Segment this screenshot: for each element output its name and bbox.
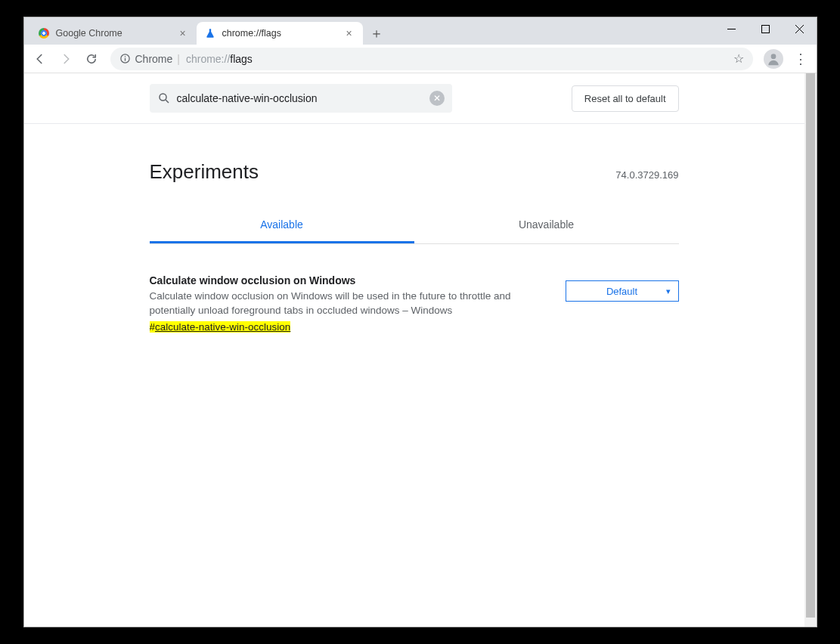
svg-rect-3 [124, 58, 125, 61]
tab-google-chrome[interactable]: Google Chrome × [30, 22, 197, 45]
chrome-version: 74.0.3729.169 [615, 169, 678, 181]
tab-unavailable[interactable]: Unavailable [414, 208, 679, 243]
page-title: Experiments [150, 160, 259, 184]
scrollbar-thumb[interactable] [806, 73, 815, 618]
flags-search[interactable]: ✕ [150, 84, 452, 113]
omnibox-prefix: Chrome [135, 53, 173, 65]
omnibox-url: chrome://flags [186, 53, 253, 65]
forward-button[interactable] [54, 48, 77, 70]
reload-button[interactable] [80, 48, 103, 70]
site-info-icon[interactable]: Chrome | [119, 53, 180, 65]
svg-point-5 [160, 94, 166, 101]
tab-label: Google Chrome [56, 28, 177, 39]
window-controls [714, 17, 817, 40]
toolbar: Chrome | chrome://flags ☆ ⋮ [24, 45, 817, 73]
bookmark-icon[interactable]: ☆ [733, 51, 744, 66]
flags-search-input[interactable] [177, 92, 423, 104]
svg-point-2 [124, 56, 126, 57]
tab-strip: Google Chrome × chrome://flags × ＋ [24, 17, 387, 45]
address-bar[interactable]: Chrome | chrome://flags ☆ [110, 48, 753, 70]
svg-rect-0 [761, 25, 769, 33]
scrollbar[interactable] [804, 73, 817, 627]
flag-anchor[interactable]: #calculate-native-win-occlusion [150, 321, 553, 333]
title-bar: Google Chrome × chrome://flags × ＋ [24, 17, 817, 45]
tab-flags[interactable]: chrome://flags × [197, 22, 363, 45]
flag-item: Calculate window occlusion on Windows Ca… [150, 274, 679, 333]
maximize-button[interactable] [749, 17, 783, 40]
profile-avatar[interactable] [764, 49, 783, 69]
reset-all-button[interactable]: Reset all to default [572, 85, 679, 112]
flag-state-select[interactable]: Default [566, 280, 679, 302]
close-icon[interactable]: × [343, 27, 355, 39]
svg-point-4 [770, 54, 776, 59]
back-button[interactable] [29, 48, 51, 70]
search-icon [157, 91, 171, 105]
browser-window: Google Chrome × chrome://flags × ＋ [23, 17, 817, 627]
close-window-button[interactable] [783, 17, 817, 40]
flag-description: Calculate window occlusion on Windows wi… [150, 289, 553, 318]
tab-available[interactable]: Available [150, 208, 414, 243]
clear-search-icon[interactable]: ✕ [429, 91, 445, 106]
close-icon[interactable]: × [177, 27, 189, 39]
new-tab-button[interactable]: ＋ [366, 23, 387, 44]
menu-button[interactable]: ⋮ [789, 48, 812, 70]
divider [24, 123, 804, 124]
flags-tabs: Available Unavailable [150, 208, 679, 244]
chrome-icon [38, 27, 50, 39]
flask-icon [204, 27, 216, 39]
tab-label: chrome://flags [222, 28, 343, 39]
page-content: ✕ Reset all to default Experiments 74.0.… [24, 73, 804, 627]
flag-title: Calculate window occlusion on Windows [150, 274, 553, 286]
minimize-button[interactable] [714, 17, 749, 40]
